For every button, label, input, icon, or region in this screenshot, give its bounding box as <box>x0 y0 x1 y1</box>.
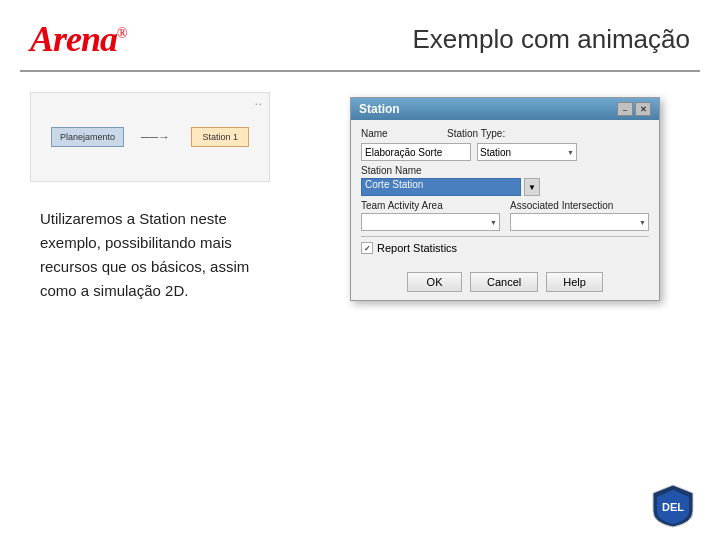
associated-intersection-col: Associated Intersection <box>510 200 649 231</box>
dialog-titlebar: Station – ✕ <box>351 98 659 120</box>
svg-text:DEL: DEL <box>662 501 684 513</box>
station-type-select[interactable]: Station <box>477 143 577 161</box>
name-row: Name Station Type: <box>361 128 649 139</box>
minimize-button[interactable]: – <box>617 102 633 116</box>
name-input-row: Station <box>361 143 649 161</box>
dialog-title: Station <box>359 102 400 116</box>
cancel-button[interactable]: Cancel <box>470 272 538 292</box>
station-dialog: Station – ✕ Name Station Type: <box>350 97 660 301</box>
team-activity-col: Team Activity Area <box>361 200 500 231</box>
logo-reg: ® <box>117 26 127 41</box>
diagram-right-block: Station 1 <box>191 127 249 147</box>
ok-button[interactable]: OK <box>407 272 462 292</box>
report-statistics-checkbox[interactable]: ✓ <box>361 242 373 254</box>
dialog-footer: OK Cancel Help <box>351 266 659 300</box>
associated-intersection-label: Associated Intersection <box>510 200 590 211</box>
report-statistics-label: Report Statistics <box>377 242 457 254</box>
description-text: Utilizaremos a Station neste exemplo, po… <box>20 197 300 313</box>
paragraph: Utilizaremos a Station neste exemplo, po… <box>40 207 290 303</box>
station-name-row: Corte Station ▼ <box>361 178 649 196</box>
associated-intersection-select[interactable] <box>510 213 649 231</box>
titlebar-buttons: – ✕ <box>617 102 651 116</box>
associated-intersection-wrapper <box>510 213 649 231</box>
main-content: Planejamento ──→ Station 1 • • Utilizare… <box>0 72 720 323</box>
left-panel: Planejamento ──→ Station 1 • • Utilizare… <box>20 92 300 313</box>
station-type-label: Station Type: <box>447 128 527 139</box>
dialog-body: Name Station Type: Station Station Name … <box>351 120 659 266</box>
diagram-area: Planejamento ──→ Station 1 • • <box>30 92 270 182</box>
right-panel: Station – ✕ Name Station Type: <box>310 92 700 313</box>
del-logo: DEL <box>645 483 700 528</box>
name-input[interactable] <box>361 143 471 161</box>
help-button[interactable]: Help <box>546 272 603 292</box>
team-activity-label: Team Activity Area <box>361 200 441 211</box>
diagram-arrow: ──→ <box>141 130 170 144</box>
header: Arena® Exemplo com animação <box>0 0 720 70</box>
selected-station[interactable]: Corte Station <box>361 178 521 196</box>
close-button[interactable]: ✕ <box>635 102 651 116</box>
station-type-wrapper: Station <box>477 143 577 161</box>
station-name-label: Station Name <box>361 165 649 176</box>
dual-section: Team Activity Area Associated Intersecti… <box>361 200 649 231</box>
diagram-dots: • • <box>255 101 261 107</box>
name-label: Name <box>361 128 441 139</box>
team-activity-select[interactable] <box>361 213 500 231</box>
page-title: Exemplo com animação <box>413 24 690 55</box>
logo-name: Arena <box>30 19 117 59</box>
station-dropdown-btn[interactable]: ▼ <box>524 178 540 196</box>
del-logo-svg: DEL <box>648 483 698 529</box>
report-statistics-row: ✓ Report Statistics <box>361 242 649 254</box>
divider <box>361 236 649 237</box>
diagram-left-block: Planejamento <box>51 127 124 147</box>
arena-logo: Arena® <box>30 18 127 60</box>
team-activity-wrapper <box>361 213 500 231</box>
